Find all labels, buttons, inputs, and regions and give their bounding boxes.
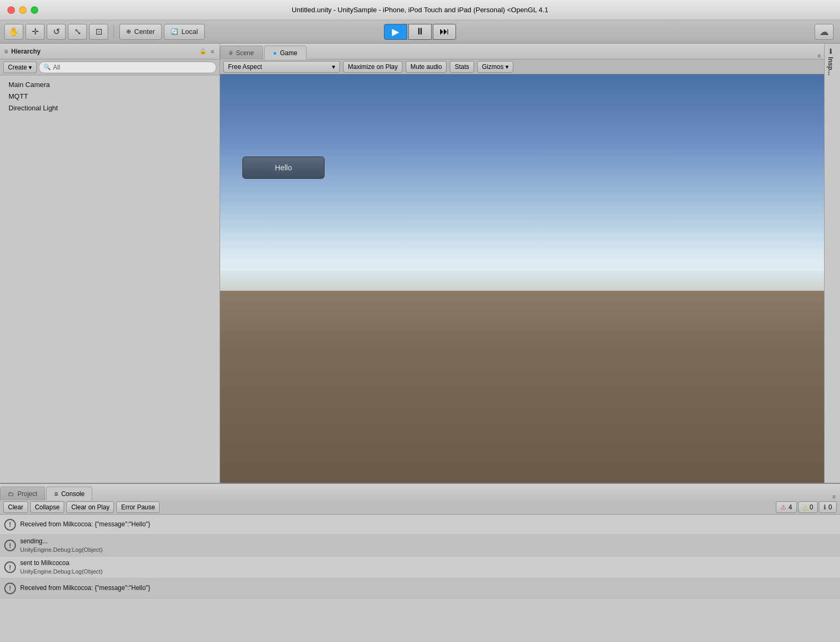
window-title: Untitled.unity - UnitySample - iPhone, i… xyxy=(292,6,548,14)
game-toolbar: Free Aspect ▾ Maximize on Play Mute audi… xyxy=(220,59,824,74)
hello-button[interactable]: Hello xyxy=(242,157,325,179)
log-icon-2: ! xyxy=(4,561,16,573)
log-icon-1: ! xyxy=(4,540,16,551)
tab-controls: ≡ xyxy=(818,53,824,59)
title-bar: Untitled.unity - UnitySample - iPhone, i… xyxy=(0,0,840,20)
main-layout: ≡ Hierarchy 🔒 ≡ Create ▾ 🔍 All xyxy=(0,44,840,642)
lower-area: 🗀 Project ≡ Console ≡ Clear Collapse Cle… xyxy=(0,483,840,642)
lower-tab-controls: ≡ xyxy=(833,493,840,500)
mute-audio-button[interactable]: Mute audio xyxy=(406,61,447,73)
cloud-button[interactable]: ☁ xyxy=(815,24,834,40)
log-entry-1[interactable]: ! sending... UnityEngine.Debug:Log(Objec… xyxy=(0,535,840,557)
search-icon: 🔍 xyxy=(43,64,51,71)
tab-scene[interactable]: # Scene xyxy=(220,46,263,59)
game-view: Hello xyxy=(220,74,824,483)
hierarchy-lock-icon[interactable]: 🔒 xyxy=(198,47,208,56)
stats-button[interactable]: Stats xyxy=(450,61,474,73)
pause-button[interactable]: ⏸ xyxy=(408,24,432,40)
project-tab-icon: 🗀 xyxy=(8,490,14,498)
tab-console[interactable]: ≡ Console xyxy=(46,487,92,500)
hierarchy-item-main-camera[interactable]: Main Camera xyxy=(0,79,220,90)
hierarchy-menu-icon[interactable]: ≡ xyxy=(210,47,215,56)
error-count-icon: ⚠ xyxy=(781,504,786,511)
play-controls: ▶ ⏸ ⏭ xyxy=(384,24,456,40)
hierarchy-title: Hierarchy xyxy=(11,48,40,55)
close-button[interactable] xyxy=(7,6,15,14)
coordinate-button[interactable]: 🔄 Local xyxy=(164,24,205,40)
scene-tab-icon: # xyxy=(229,49,233,57)
log-icon-3: ! xyxy=(4,583,16,594)
upper-area: ≡ Hierarchy 🔒 ≡ Create ▾ 🔍 All xyxy=(0,44,840,483)
console-log: ! Received from Milkcocoa: {"message":"H… xyxy=(0,515,840,642)
maximize-on-play-button[interactable]: Maximize on Play xyxy=(343,61,402,73)
play-button[interactable]: ▶ xyxy=(384,24,407,40)
hierarchy-header-controls: 🔒 ≡ xyxy=(198,47,215,56)
traffic-lights xyxy=(7,6,38,14)
lower-tab-menu-icon[interactable]: ≡ xyxy=(833,493,836,500)
tab-game[interactable]: ● Game xyxy=(264,46,307,59)
log-icon-0: ! xyxy=(4,519,16,531)
scene-game-tabs: # Scene ● Game ≡ xyxy=(220,44,824,59)
move-tool-button[interactable]: ✛ xyxy=(25,24,45,40)
right-area: # Scene ● Game ≡ Free Aspect ▾ xyxy=(220,44,824,483)
hierarchy-header: ≡ Hierarchy 🔒 ≡ xyxy=(0,44,220,59)
log-text-2: sent to Milkcocoa UnityEngine.Debug:Log(… xyxy=(20,559,102,576)
hierarchy-toolbar: Create ▾ 🔍 All xyxy=(0,59,220,75)
message-count-icon: ℹ xyxy=(824,504,826,511)
error-count-badge[interactable]: ⚠ 4 xyxy=(776,501,797,513)
tab-project[interactable]: 🗀 Project xyxy=(0,487,45,500)
search-placeholder: All xyxy=(53,64,60,71)
game-scene-area: # Scene ● Game ≡ Free Aspect ▾ xyxy=(220,44,824,483)
ground-background xyxy=(220,291,824,483)
toolbar-separator-1 xyxy=(113,25,114,38)
log-text-3: Received from Milkcocoa: {"message":"Hel… xyxy=(20,584,150,593)
scale-tool-button[interactable]: ⤡ xyxy=(68,24,87,40)
inspector-panel: ℹ Insp... xyxy=(824,44,840,483)
log-entry-3[interactable]: ! Received from Milkcocoa: {"message":"H… xyxy=(0,578,840,598)
message-count-badge[interactable]: ℹ 0 xyxy=(819,501,837,513)
tab-menu-icon[interactable]: ≡ xyxy=(818,53,821,59)
hierarchy-search[interactable]: 🔍 All xyxy=(39,62,216,73)
hierarchy-item-directional-light[interactable]: Directional Light xyxy=(0,102,220,114)
lower-tabs: 🗀 Project ≡ Console ≡ xyxy=(0,484,840,500)
rotate-tool-button[interactable]: ↺ xyxy=(47,24,66,40)
log-entry-2[interactable]: ! sent to Milkcocoa UnityEngine.Debug:Lo… xyxy=(0,557,840,578)
hierarchy-icon: ≡ xyxy=(4,48,8,55)
hierarchy-list: Main Camera MQTT Directional Light xyxy=(0,75,220,483)
clear-on-play-button[interactable]: Clear on Play xyxy=(66,501,114,513)
warning-count-icon: △ xyxy=(803,504,808,511)
sky-background xyxy=(220,74,824,299)
step-button[interactable]: ⏭ xyxy=(433,24,456,40)
hierarchy-item-mqtt[interactable]: MQTT xyxy=(0,90,220,102)
error-pause-button[interactable]: Error Pause xyxy=(116,501,160,513)
log-text-1: sending... UnityEngine.Debug:Log(Object) xyxy=(20,537,102,554)
maximize-button[interactable] xyxy=(31,6,38,14)
hand-tool-button[interactable]: ✋ xyxy=(4,24,23,40)
rect-tool-button[interactable]: ⊡ xyxy=(89,24,108,40)
minimize-button[interactable] xyxy=(19,6,27,14)
log-text-0: Received from Milkcocoa: {"message":"Hel… xyxy=(20,520,150,529)
console-tab-icon: ≡ xyxy=(54,490,58,498)
toolbar: ✋ ✛ ↺ ⤡ ⊡ ⊕ Center 🔄 Local ▶ ⏸ ⏭ ☁ xyxy=(0,20,840,44)
console-toolbar: Clear Collapse Clear on Play Error Pause… xyxy=(0,500,840,515)
warning-count-badge[interactable]: △ 0 xyxy=(798,501,818,513)
gizmos-button[interactable]: Gizmos ▾ xyxy=(477,61,514,73)
game-tab-icon: ● xyxy=(273,49,277,57)
clear-button[interactable]: Clear xyxy=(3,501,28,513)
collapse-button[interactable]: Collapse xyxy=(30,501,65,513)
inspector-label: ℹ Insp... xyxy=(827,48,834,75)
create-button[interactable]: Create ▾ xyxy=(3,62,37,73)
hierarchy-panel: ≡ Hierarchy 🔒 ≡ Create ▾ 🔍 All xyxy=(0,44,220,483)
aspect-dropdown[interactable]: Free Aspect ▾ xyxy=(223,61,340,73)
console-counts: ⚠ 4 △ 0 ℹ 0 xyxy=(776,501,837,513)
log-entry-0[interactable]: ! Received from Milkcocoa: {"message":"H… xyxy=(0,515,840,535)
pivot-button[interactable]: ⊕ Center xyxy=(119,24,162,40)
